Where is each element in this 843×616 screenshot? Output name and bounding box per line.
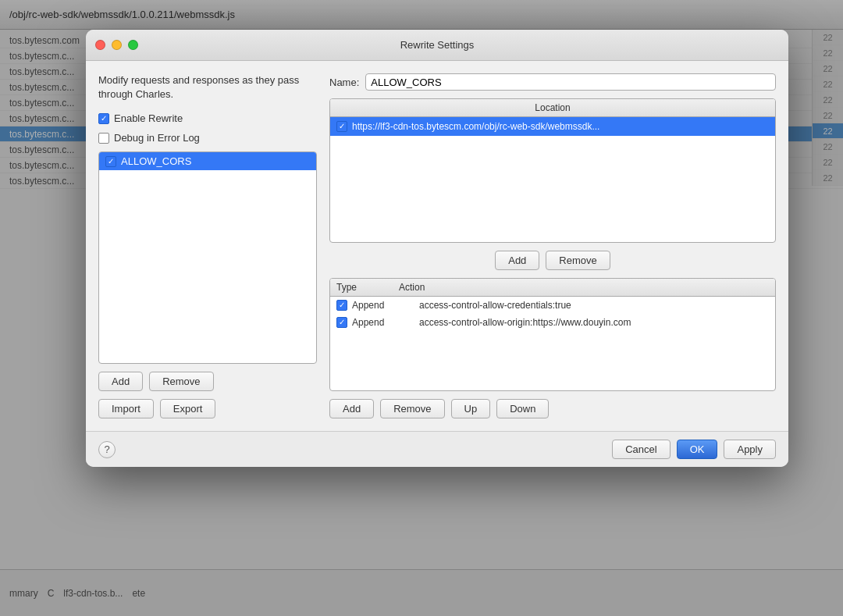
maximize-button[interactable]: [128, 40, 138, 50]
actions-table-body: Append access-control-allow-credentials:…: [330, 297, 775, 390]
location-add-button[interactable]: Add: [495, 251, 539, 270]
minimize-button[interactable]: [112, 40, 122, 50]
location-table-body: https://lf3-cdn-tos.bytescm.com/obj/rc-w…: [330, 117, 775, 242]
action-row-1-type: Append: [352, 317, 414, 328]
debug-error-log-checkbox[interactable]: [98, 133, 109, 144]
location-action-row: Add Remove: [329, 251, 776, 270]
cancel-button[interactable]: Cancel: [612, 440, 670, 459]
rules-list: ALLOW_CORS: [98, 151, 317, 364]
location-remove-button[interactable]: Remove: [546, 251, 610, 270]
action-row-0-type: Append: [352, 300, 414, 311]
location-table: Location https://lf3-cdn-tos.bytescm.com…: [329, 98, 776, 243]
left-export-button[interactable]: Export: [160, 399, 216, 418]
action-remove-button[interactable]: Remove: [380, 399, 444, 418]
window-controls: [95, 40, 138, 50]
modal-titlebar: Rewrite Settings: [86, 30, 788, 61]
rule-label-allow-cors: ALLOW_CORS: [121, 155, 191, 167]
location-row-0[interactable]: https://lf3-cdn-tos.bytescm.com/obj/rc-w…: [330, 117, 775, 136]
enable-rewrite-label: Enable Rewrite: [114, 112, 183, 124]
enable-rewrite-checkbox[interactable]: [98, 113, 109, 124]
rewrite-settings-dialog: Rewrite Settings Modify requests and res…: [86, 30, 788, 467]
close-button[interactable]: [95, 40, 105, 50]
location-row-0-text: https://lf3-cdn-tos.bytescm.com/obj/rc-w…: [352, 121, 599, 132]
left-btn-row-2: Import Export: [98, 399, 317, 418]
rule-checkbox-allow-cors[interactable]: [105, 156, 116, 167]
action-add-button[interactable]: Add: [329, 399, 374, 418]
action-row-0-action: access-control-allow-credentials:true: [419, 300, 769, 311]
enable-rewrite-row[interactable]: Enable Rewrite: [98, 112, 317, 124]
action-row-0[interactable]: Append access-control-allow-credentials:…: [330, 297, 775, 314]
action-up-button[interactable]: Up: [451, 399, 491, 418]
name-label: Name:: [329, 77, 359, 88]
location-table-header: Location: [330, 99, 775, 117]
modal-footer: ? Cancel OK Apply: [86, 431, 788, 467]
action-down-button[interactable]: Down: [496, 399, 549, 418]
right-panel: Name: Location https://lf3-cdn-tos.bytes…: [329, 73, 776, 418]
left-import-button[interactable]: Import: [98, 399, 154, 418]
rules-list-item[interactable]: ALLOW_CORS: [99, 152, 316, 170]
ok-button[interactable]: OK: [677, 440, 718, 459]
modal-body: Modify requests and responses as they pa…: [86, 61, 788, 431]
action-row-1-action: access-control-allow-origin:https://www.…: [419, 317, 769, 328]
name-input[interactable]: [365, 73, 776, 91]
action-row-1[interactable]: Append access-control-allow-origin:https…: [330, 314, 775, 331]
location-row-0-checkbox[interactable]: [336, 121, 347, 132]
action-row-0-checkbox[interactable]: [336, 300, 347, 311]
actions-type-col-header: Type: [330, 279, 393, 296]
debug-error-log-row[interactable]: Debug in Error Log: [98, 132, 317, 144]
action-row-1-checkbox[interactable]: [336, 317, 347, 328]
apply-button[interactable]: Apply: [724, 440, 776, 459]
actions-table-header: Type Action: [330, 279, 775, 297]
left-add-button[interactable]: Add: [98, 372, 143, 391]
action-bottom-row: Add Remove Up Down: [329, 399, 776, 418]
actions-table: Type Action Append access-control-allow-…: [329, 278, 776, 391]
dialog-title: Rewrite Settings: [400, 39, 475, 51]
left-btn-row-1: Add Remove: [98, 372, 317, 391]
name-row: Name:: [329, 73, 776, 91]
left-panel: Modify requests and responses as they pa…: [98, 73, 317, 418]
help-button[interactable]: ?: [98, 441, 116, 458]
debug-error-log-label: Debug in Error Log: [114, 132, 200, 144]
left-remove-button[interactable]: Remove: [149, 372, 213, 391]
description-text: Modify requests and responses as they pa…: [98, 73, 317, 101]
actions-action-col-header: Action: [393, 279, 775, 296]
